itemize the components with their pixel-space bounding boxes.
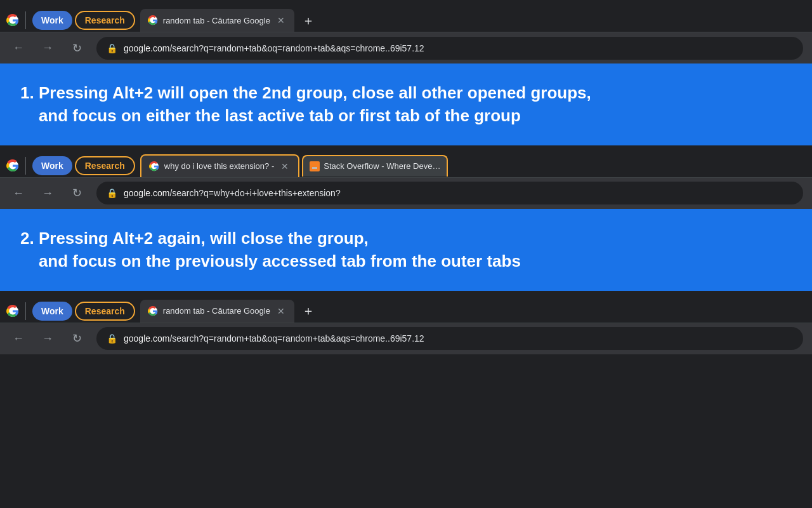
browser-1: Work Research random tab - Căutare Googl… — [0, 0, 812, 64]
research-label-1: Research — [85, 15, 125, 25]
extra-tab-2[interactable]: Stack Overflow - Where Deve… — [302, 155, 448, 177]
tab-bar-left-2: Work Research why do i love this extensi… — [0, 154, 448, 177]
address-domain-1: google.com — [124, 43, 169, 53]
address-bar-1: ← → ↻ 🔒 google.com/search?q=random+tab&o… — [0, 32, 812, 64]
tab-close-1[interactable]: ✕ — [275, 15, 287, 26]
tab-group-work-3[interactable]: Work — [32, 302, 72, 321]
google-logo-3 — [6, 305, 19, 318]
address-text-2: google.com/search?q=why+do+i+love+this+e… — [124, 188, 341, 198]
new-tab-btn-3[interactable]: ＋ — [297, 300, 320, 322]
address-path-2: /search?q=why+do+i+love+this+extension? — [169, 188, 340, 198]
tab-favicon-2 — [149, 161, 159, 171]
active-tab-2[interactable]: why do i love this extension? - ✕ — [140, 154, 299, 177]
address-field-3[interactable]: 🔒 google.com/search?q=random+tab&oq=rand… — [96, 327, 803, 350]
tab-group-work-1[interactable]: Work — [32, 11, 72, 30]
explanation-2: 2. Pressing Alt+2 again, will close the … — [0, 209, 812, 291]
address-text-3: google.com/search?q=random+tab&oq=random… — [124, 333, 424, 344]
extra-tab-title-2: Stack Overflow - Where Deve… — [324, 161, 440, 171]
active-tab-title-1: random tab - Căutare Google — [163, 16, 270, 25]
address-domain-2: google.com — [124, 188, 169, 198]
explanation-line1-1: Pressing Alt+2 will open the 2nd group, … — [39, 83, 591, 102]
reload-btn-2[interactable]: ↻ — [67, 184, 86, 203]
tab-favicon-3 — [148, 306, 158, 316]
explanation-1: 1. Pressing Alt+2 will open the 2nd grou… — [0, 64, 812, 145]
tab-bar-left-1: Work Research random tab - Căutare Googl… — [0, 9, 320, 32]
google-logo-2 — [6, 159, 19, 172]
new-tab-btn-1[interactable]: ＋ — [297, 10, 320, 32]
active-tab-title-3: random tab - Căutare Google — [163, 306, 270, 316]
explanation-line2-2: and focus on the previously accessed tab… — [39, 251, 521, 271]
tab-bar-1: Work Research random tab - Căutare Googl… — [0, 0, 812, 32]
tab-bar-3: Work Research random tab - Căutare Googl… — [0, 291, 812, 323]
tab-favicon-1 — [148, 15, 158, 25]
back-btn-2[interactable]: ← — [9, 184, 28, 203]
address-field-2[interactable]: 🔒 google.com/search?q=why+do+i+love+this… — [96, 182, 803, 204]
browser-2: Work Research why do i love this extensi… — [0, 145, 812, 209]
google-logo-1 — [6, 14, 19, 27]
lock-icon-3: 🔒 — [107, 333, 117, 344]
svg-rect-4 — [312, 167, 317, 168]
lock-icon-1: 🔒 — [107, 43, 117, 53]
address-domain-3: google.com — [124, 333, 169, 344]
forward-btn-2[interactable]: → — [38, 184, 57, 203]
reload-btn-3[interactable]: ↻ — [67, 329, 86, 348]
active-tab-1[interactable]: random tab - Căutare Google ✕ — [140, 9, 294, 32]
tab-bar-2: Work Research why do i love this extensi… — [0, 145, 812, 177]
address-text-1: google.com/search?q=random+tab&oq=random… — [124, 43, 424, 53]
work-label-3: Work — [41, 306, 63, 316]
explanation-text-2: 2. Pressing Alt+2 again, will close the … — [20, 227, 792, 273]
work-label-2: Work — [41, 161, 63, 171]
tab-divider-2 — [25, 157, 26, 175]
svg-rect-7 — [313, 164, 317, 165]
address-bar-3: ← → ↻ 🔒 google.com/search?q=random+tab&o… — [0, 323, 812, 354]
explanation-line2-1: and focus on either the last active tab … — [39, 106, 521, 125]
svg-rect-6 — [313, 165, 317, 166]
back-btn-3[interactable]: ← — [9, 329, 28, 348]
active-tab-title-2: why do i love this extension? - — [164, 161, 274, 171]
work-label-1: Work — [41, 15, 63, 25]
research-label-3: Research — [85, 306, 125, 316]
tab-bar-left-3: Work Research random tab - Căutare Googl… — [0, 300, 320, 323]
research-label-2: Research — [85, 161, 125, 171]
address-path-1: /search?q=random+tab&oq=random+tab&aqs=c… — [169, 43, 424, 53]
address-field-1[interactable]: 🔒 google.com/search?q=random+tab&oq=rand… — [96, 37, 803, 60]
tab-close-2[interactable]: ✕ — [279, 161, 291, 172]
forward-btn-1[interactable]: → — [38, 39, 57, 58]
explanation-num-1: 1. — [20, 83, 34, 102]
tab-divider-1 — [25, 11, 26, 29]
tab-group-research-1[interactable]: Research — [75, 11, 135, 30]
address-bar-2: ← → ↻ 🔒 google.com/search?q=why+do+i+lov… — [0, 177, 812, 209]
stackoverflow-favicon — [310, 161, 320, 171]
lock-icon-2: 🔒 — [107, 188, 117, 198]
explanation-num-2: 2. — [20, 229, 34, 248]
tab-group-work-2[interactable]: Work — [32, 156, 72, 175]
explanation-line1-2: Pressing Alt+2 again, will close the gro… — [39, 229, 369, 248]
tab-divider-3 — [25, 302, 26, 320]
address-path-3: /search?q=random+tab&oq=random+tab&aqs=c… — [169, 333, 424, 344]
svg-rect-5 — [312, 168, 317, 169]
tab-group-research-3[interactable]: Research — [75, 302, 135, 321]
reload-btn-1[interactable]: ↻ — [67, 39, 86, 58]
browser-3: Work Research random tab - Căutare Googl… — [0, 291, 812, 354]
forward-btn-3[interactable]: → — [38, 329, 57, 348]
tab-group-research-2[interactable]: Research — [75, 156, 135, 175]
back-btn-1[interactable]: ← — [9, 39, 28, 58]
tab-close-3[interactable]: ✕ — [275, 305, 287, 317]
active-tab-3[interactable]: random tab - Căutare Google ✕ — [140, 300, 294, 323]
explanation-text-1: 1. Pressing Alt+2 will open the 2nd grou… — [20, 81, 792, 128]
